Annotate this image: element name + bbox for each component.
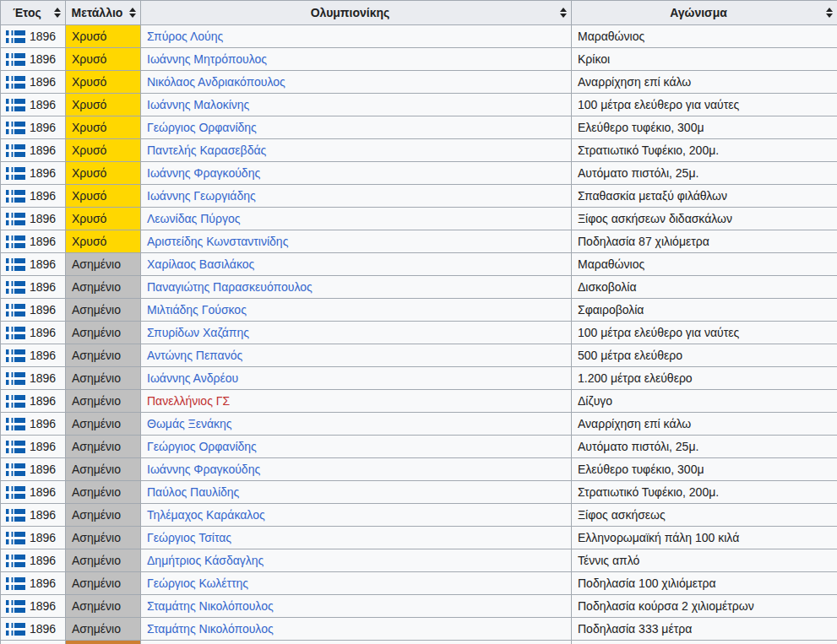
olympian-cell: Γεώργιος Τσίτας	[141, 527, 572, 549]
event-cell: Ελεύθερο τυφέκιο, 300μ	[572, 116, 837, 139]
greece-flag-icon	[6, 441, 25, 453]
olympian-cell: Αριστείδης Κωνσταντινίδης	[141, 230, 572, 253]
year-cell: 1896	[1, 25, 66, 48]
olympian-cell: Λεωνίδας Πύργος	[141, 208, 572, 230]
year-label: 1896	[30, 143, 56, 157]
table-row: 1896 Ασημένιο Γεώργιος Ορφανίδης Αυτόματ…	[1, 436, 837, 458]
event-cell: 1.200 μέτρα ελεύθερο	[572, 367, 837, 390]
event-cell: Ποδηλασία 87 χιλιόμετρα	[572, 230, 837, 253]
olympian-link[interactable]: Νικόλαος Ανδριακόπουλος	[147, 75, 285, 89]
medal-cell: Ασημένιο	[66, 595, 141, 618]
medal-cell	[66, 641, 141, 644]
table-row: 1896 Ασημένιο Ιωάννης Ανδρέου 1.200 μέτρ…	[1, 367, 837, 390]
olympian-cell: Παύλος Παυλίδης	[141, 481, 572, 504]
column-header-event[interactable]: Αγώνισμα	[572, 1, 837, 25]
event-cell: Στρατιωτικό Τυφέκιο, 200μ.	[572, 481, 837, 504]
olympian-link[interactable]: Ιωάννης Φραγκούδης	[147, 166, 260, 180]
olympian-link[interactable]: Γεώργιος Ορφανίδης	[147, 121, 257, 134]
medal-cell: Χρυσό	[66, 71, 141, 94]
sort-icon[interactable]	[826, 8, 833, 18]
olympian-link[interactable]: Παντελής Καρασεβδάς	[147, 143, 266, 157]
olympian-link[interactable]: Λεωνίδας Πύργος	[147, 212, 240, 225]
medal-cell: Χρυσό	[66, 185, 141, 208]
year-label: 1896	[30, 485, 56, 499]
olympian-link[interactable]: Ιωάννης Φραγκούδης	[147, 463, 260, 476]
sort-icon[interactable]	[54, 8, 61, 18]
olympian-link[interactable]: Παναγιώτης Παρασκευόπουλος	[147, 280, 313, 294]
medal-cell: Ασημένιο	[66, 344, 141, 367]
year-cell: 1896	[1, 390, 66, 413]
olympian-link[interactable]: Δημήτριος Κάσδαγλης	[147, 554, 264, 567]
olympian-cell: Ιωάννης Μαλοκίνης	[141, 94, 572, 116]
olympian-link[interactable]: Ιωάννης Μαλοκίνης	[147, 98, 249, 111]
sort-icon[interactable]	[129, 8, 136, 18]
event-cell: Μαραθώνιος	[572, 25, 837, 48]
olympian-link[interactable]: Ιωάννης Γεωργιάδης	[147, 189, 256, 203]
greece-flag-icon	[6, 623, 25, 636]
medal-cell: Ασημένιο	[66, 504, 141, 527]
year-label: 1896	[30, 235, 56, 248]
olympian-link[interactable]: Ιωάννης Ανδρέου	[147, 371, 238, 385]
year-label: 1896	[30, 622, 56, 636]
olympian-cell: Ιωάννης Φραγκούδης	[141, 458, 572, 481]
year-label: 1896	[30, 394, 56, 408]
olympian-link[interactable]: Σταμάτης Νικολόπουλος	[147, 599, 274, 613]
event-cell: Σπαθασκία μεταξύ φιλάθλων	[572, 185, 837, 208]
olympian-link[interactable]: Μιλτιάδης Γούσκος	[147, 303, 247, 317]
olympian-link[interactable]: Γεώργιος Τσίτας	[147, 531, 231, 544]
medal-cell: Ασημένιο	[66, 549, 141, 572]
greece-flag-icon	[6, 509, 25, 522]
column-header-year[interactable]: Έτος	[1, 1, 66, 25]
olympian-link[interactable]: Τηλέμαχος Καράκαλος	[147, 508, 265, 522]
olympian-link[interactable]: Γεώργιος Κωλέττης	[147, 576, 248, 590]
olympian-link[interactable]: Θωμάς Ξενάκης	[147, 417, 232, 430]
year-label: 1896	[30, 463, 56, 476]
event-cell: Δίζυγο	[572, 390, 837, 413]
event-cell: Ελληνορωμαϊκή πάλη 100 κιλά	[572, 527, 837, 549]
year-label: 1896	[30, 75, 56, 89]
event-cell: Τέννις απλό	[572, 549, 837, 572]
olympian-cell: Αντώνης Πεπανός	[141, 344, 572, 367]
sort-icon[interactable]	[560, 8, 567, 18]
year-label: 1896	[30, 531, 56, 544]
event-cell: Ξίφος ασκήσεως	[572, 504, 837, 527]
column-header-olympian-label: Ολυμπιονίκης	[311, 6, 390, 19]
greece-flag-icon	[6, 190, 25, 203]
medal-cell: Ασημένιο	[66, 299, 141, 322]
olympian-link[interactable]: Σπύρος Λούης	[147, 30, 223, 43]
medal-cell: Χρυσό	[66, 94, 141, 116]
year-label: 1896	[30, 52, 56, 66]
year-cell: 1896	[1, 94, 66, 116]
table-row: 1896 Ασημένιο Γεώργιος Κωλέττης Ποδηλασί…	[1, 572, 837, 595]
olympian-cell: Ιωάννης Γεωργιάδης	[141, 185, 572, 208]
olympian-cell: Σταμάτης Νικολόπουλος	[141, 595, 572, 618]
medal-cell: Χρυσό	[66, 48, 141, 71]
olympian-link[interactable]: Αριστείδης Κωνσταντινίδης	[147, 235, 288, 248]
year-cell: 1896	[1, 572, 66, 595]
event-cell: Σφαιροβολία	[572, 299, 837, 322]
event-cell: Δισκοβολία	[572, 276, 837, 299]
olympian-link[interactable]: Παύλος Παυλίδης	[147, 485, 239, 499]
year-cell: 1896	[1, 162, 66, 185]
table-row: 1896 Ασημένιο Παύλος Παυλίδης Στρατιωτικ…	[1, 481, 837, 504]
greece-flag-icon	[6, 486, 25, 499]
greece-flag-icon	[6, 53, 25, 66]
greece-flag-icon	[6, 258, 25, 271]
olympian-link[interactable]: Σπυρίδων Χαζάπης	[147, 326, 249, 339]
table-row: 1896 Ασημένιο Δημήτριος Κάσδαγλης Τέννις…	[1, 549, 837, 572]
olympian-link[interactable]: Γεώργιος Ορφανίδης	[147, 440, 257, 453]
event-cell: Στρατιωτικό Τυφέκιο, 200μ.	[572, 139, 837, 162]
olympian-cell: Χαρίλαος Βασιλάκος	[141, 253, 572, 276]
olympian-link[interactable]: Αντώνης Πεπανός	[147, 349, 242, 362]
column-header-olympian[interactable]: Ολυμπιονίκης	[141, 1, 572, 25]
greece-flag-icon	[6, 235, 25, 248]
olympian-link[interactable]: Χαρίλαος Βασιλάκος	[147, 257, 254, 271]
medalists-table-container: Έτος Μετάλλιο Ολυμπιονίκης Αγώνισμα	[0, 0, 837, 644]
olympian-link[interactable]: Πανελλήνιος ΓΣ	[147, 394, 230, 408]
olympian-link[interactable]: Ιωάννης Μητρόπουλος	[147, 52, 267, 66]
olympian-link[interactable]: Σταμάτης Νικολόπουλος	[147, 622, 274, 636]
olympian-cell: Γεώργιος Κωλέττης	[141, 572, 572, 595]
table-row: 1896 Ασημένιο Πανελλήνιος ΓΣ Δίζυγο	[1, 390, 837, 413]
medal-cell: Ασημένιο	[66, 481, 141, 504]
column-header-medal[interactable]: Μετάλλιο	[66, 1, 141, 25]
